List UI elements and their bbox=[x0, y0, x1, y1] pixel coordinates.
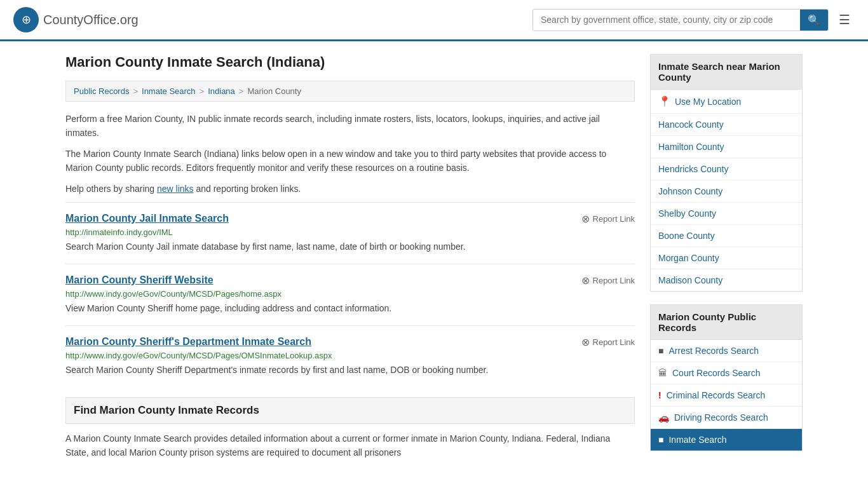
svg-text:⊕: ⊕ bbox=[22, 13, 31, 26]
report-link-2[interactable]: ⊗ Report Link bbox=[581, 274, 635, 287]
search-bar: 🔍 bbox=[532, 9, 829, 31]
sidebar-records-title: Marion County Public Records bbox=[650, 304, 803, 340]
sidebar-item-hancock[interactable]: Hancock County bbox=[651, 114, 802, 136]
sidebar-driving-records[interactable]: 🚗 Driving Records Search bbox=[651, 407, 802, 429]
result-header-3: Marion County Sheriff's Department Inmat… bbox=[65, 336, 635, 348]
header-right: 🔍 ☰ bbox=[532, 9, 855, 31]
breadcrumb-indiana[interactable]: Indiana bbox=[208, 86, 235, 96]
report-link-3[interactable]: ⊗ Report Link bbox=[581, 336, 635, 348]
breadcrumb-sep-2: > bbox=[200, 86, 205, 96]
site-header: ⊕ CountyOffice.org 🔍 ☰ bbox=[0, 0, 868, 41]
sidebar-use-location[interactable]: 📍 Use My Location bbox=[651, 90, 802, 114]
result-desc-1: Search Marion County Jail inmate databas… bbox=[65, 240, 635, 254]
logo-icon: ⊕ bbox=[13, 6, 39, 33]
sidebar-item-madison[interactable]: Madison County bbox=[651, 269, 802, 291]
report-icon-3: ⊗ bbox=[581, 336, 590, 348]
find-section-desc: A Marion County Inmate Search provides d… bbox=[65, 431, 635, 460]
description-1: Perform a free Marion County, IN public … bbox=[65, 112, 635, 140]
driving-icon: 🚗 bbox=[658, 412, 669, 423]
sidebar-records-section: Marion County Public Records ■ Arrest Re… bbox=[650, 304, 803, 451]
inmate-icon: ■ bbox=[658, 435, 663, 445]
breadcrumb-sep-1: > bbox=[133, 86, 138, 96]
result-title-1[interactable]: Marion County Jail Inmate Search bbox=[65, 213, 229, 224]
report-icon-2: ⊗ bbox=[581, 274, 590, 287]
find-section: Find Marion County Inmate Records A Mari… bbox=[65, 397, 635, 460]
result-header-1: Marion County Jail Inmate Search ⊗ Repor… bbox=[65, 213, 635, 225]
result-desc-3: Search Marion County Sheriff Department'… bbox=[65, 363, 635, 377]
sidebar-inmate-search[interactable]: ■ Inmate Search bbox=[651, 429, 802, 451]
description-2: The Marion County Inmate Search (Indiana… bbox=[65, 147, 635, 175]
result-url-2[interactable]: http://www.indy.gov/eGov/County/MCSD/Pag… bbox=[65, 289, 635, 299]
result-item-1: Marion County Jail Inmate Search ⊗ Repor… bbox=[65, 202, 635, 264]
sidebar-arrest-records[interactable]: ■ Arrest Records Search bbox=[651, 340, 802, 362]
logo-area: ⊕ CountyOffice.org bbox=[13, 6, 139, 33]
report-link-1[interactable]: ⊗ Report Link bbox=[581, 213, 635, 225]
result-item-3: Marion County Sheriff's Department Inmat… bbox=[65, 325, 635, 387]
sidebar-item-hendricks[interactable]: Hendricks County bbox=[651, 158, 802, 180]
breadcrumb-current: Marion County bbox=[247, 86, 301, 96]
arrest-icon: ■ bbox=[658, 346, 663, 356]
sidebar-item-hamilton[interactable]: Hamilton County bbox=[651, 136, 802, 158]
page-title: Marion County Inmate Search (Indiana) bbox=[65, 54, 635, 71]
sidebar-item-boone[interactable]: Boone County bbox=[651, 225, 802, 247]
criminal-icon: ! bbox=[658, 390, 661, 400]
search-button[interactable]: 🔍 bbox=[800, 10, 828, 30]
breadcrumb-sep-3: > bbox=[239, 86, 244, 96]
sidebar-nearby-title: Inmate Search near Marion County bbox=[650, 54, 803, 90]
breadcrumb: Public Records > Inmate Search > Indiana… bbox=[65, 81, 635, 102]
new-links-link[interactable]: new links bbox=[157, 184, 194, 194]
result-url-1[interactable]: http://inmateinfo.indy.gov/IML bbox=[65, 227, 635, 237]
location-icon: 📍 bbox=[658, 95, 671, 107]
sidebar-nearby-section: Inmate Search near Marion County 📍 Use M… bbox=[650, 54, 803, 292]
sidebar-item-shelby[interactable]: Shelby County bbox=[651, 203, 802, 225]
result-title-3[interactable]: Marion County Sheriff's Department Inmat… bbox=[65, 336, 311, 348]
breadcrumb-inmate-search[interactable]: Inmate Search bbox=[142, 86, 196, 96]
use-location-link[interactable]: Use My Location bbox=[675, 97, 741, 107]
sidebar-criminal-records[interactable]: ! Criminal Records Search bbox=[651, 384, 802, 407]
sidebar: Inmate Search near Marion County 📍 Use M… bbox=[650, 54, 803, 464]
sidebar-nearby-list: 📍 Use My Location Hancock County Hamilto… bbox=[650, 90, 803, 292]
sidebar-records-list: ■ Arrest Records Search 🏛 Court Records … bbox=[650, 340, 803, 451]
search-input[interactable] bbox=[533, 10, 800, 29]
result-title-2[interactable]: Marion County Sheriff Website bbox=[65, 274, 214, 286]
sidebar-item-morgan[interactable]: Morgan County bbox=[651, 247, 802, 269]
main-content: Marion County Inmate Search (Indiana) Pu… bbox=[65, 54, 635, 464]
breadcrumb-public-records[interactable]: Public Records bbox=[74, 86, 129, 96]
sidebar-item-johnson[interactable]: Johnson County bbox=[651, 180, 802, 203]
result-desc-2: View Marion County Sheriff home page, in… bbox=[65, 302, 635, 315]
report-icon-1: ⊗ bbox=[581, 213, 590, 225]
page-container: Marion County Inmate Search (Indiana) Pu… bbox=[53, 41, 815, 477]
result-header-2: Marion County Sheriff Website ⊗ Report L… bbox=[65, 274, 635, 287]
result-url-3[interactable]: http://www.indy.gov/eGov/County/MCSD/Pag… bbox=[65, 351, 635, 360]
court-icon: 🏛 bbox=[658, 368, 667, 378]
menu-button[interactable]: ☰ bbox=[834, 10, 855, 30]
description-3: Help others by sharing new links and rep… bbox=[65, 182, 635, 196]
sidebar-court-records[interactable]: 🏛 Court Records Search bbox=[651, 362, 802, 384]
result-item-2: Marion County Sheriff Website ⊗ Report L… bbox=[65, 264, 635, 325]
find-section-title: Find Marion County Inmate Records bbox=[65, 397, 635, 424]
logo-text: CountyOffice.org bbox=[43, 13, 139, 27]
